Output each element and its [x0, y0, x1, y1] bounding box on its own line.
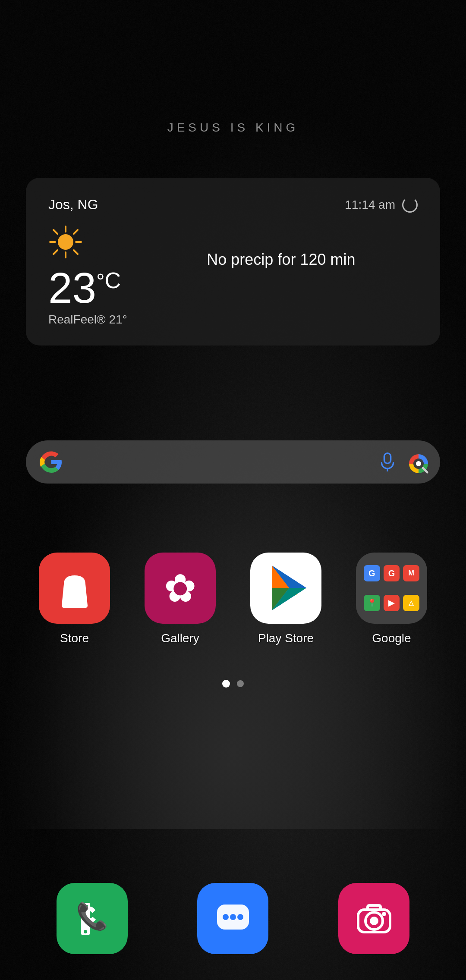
page-indicator	[222, 680, 244, 688]
gallery-app-label: Gallery	[161, 631, 199, 645]
temp-value: 23	[48, 264, 96, 312]
svg-rect-9	[384, 453, 390, 464]
precip-text: No precip for 120 min	[207, 251, 355, 269]
page-dot-2	[237, 680, 244, 687]
svg-line-7	[74, 230, 78, 234]
mini-maps-icon: 📍	[364, 595, 380, 611]
mini-gmail-icon: M	[403, 565, 419, 581]
mini-red-icon: G	[384, 565, 400, 581]
mini-google-icon: G	[364, 565, 380, 581]
playstore-app-label: Play Store	[258, 631, 314, 645]
store-app-label: Store	[60, 631, 89, 645]
weather-time-row: 11:14 am	[345, 197, 418, 213]
store-app-icon[interactable]	[39, 553, 110, 624]
svg-line-8	[54, 250, 57, 254]
app-icons-row: Store ✿ Gallery	[22, 553, 444, 645]
svg-point-12	[416, 461, 421, 466]
app-item-google-folder[interactable]: G G M 📍 ▶ △ Google	[356, 553, 427, 645]
weather-left: 23°C RealFeel® 21°	[48, 225, 127, 327]
store-bag-svg	[55, 567, 94, 610]
real-feel: RealFeel® 21°	[48, 313, 127, 327]
search-bar[interactable]	[26, 440, 440, 484]
refresh-icon[interactable]	[402, 197, 418, 213]
google-folder-icon[interactable]: G G M 📍 ▶ △	[356, 553, 427, 624]
app-item-store[interactable]: Store	[39, 553, 110, 645]
lens-icon[interactable]	[407, 452, 426, 471]
mini-drive-icon: △	[403, 595, 419, 611]
page-dot-1	[222, 680, 230, 688]
svg-point-0	[58, 234, 73, 250]
app-item-gallery[interactable]: ✿ Gallery	[145, 553, 216, 645]
playstore-app-icon[interactable]	[250, 553, 321, 624]
google-folder-label: Google	[372, 631, 411, 645]
weather-widget[interactable]: Jos, NG 11:14 am	[26, 178, 440, 346]
temp-unit: °C	[96, 270, 121, 292]
gallery-app-icon[interactable]: ✿	[145, 553, 216, 624]
mic-icon[interactable]	[378, 452, 397, 471]
svg-line-6	[74, 250, 78, 254]
google-logo	[40, 451, 62, 473]
sun-icon	[48, 225, 83, 259]
weather-time: 11:14 am	[345, 198, 395, 212]
weather-main: 23°C RealFeel® 21° No precip for 120 min	[48, 225, 418, 327]
app-item-playstore[interactable]: Play Store	[250, 553, 321, 645]
svg-line-5	[54, 230, 57, 234]
tagline-text: JESUS IS KING	[167, 121, 299, 135]
gallery-flower-emoji: ✿	[164, 569, 196, 608]
weather-right: No precip for 120 min	[145, 225, 418, 269]
weather-location: Jos, NG	[48, 197, 98, 213]
weather-header: Jos, NG 11:14 am	[48, 197, 418, 213]
temperature-display: 23°C	[48, 266, 127, 309]
screen-content: JESUS IS KING Jos, NG 11:14 am	[0, 0, 466, 980]
mini-youtube-icon: ▶	[384, 595, 400, 611]
